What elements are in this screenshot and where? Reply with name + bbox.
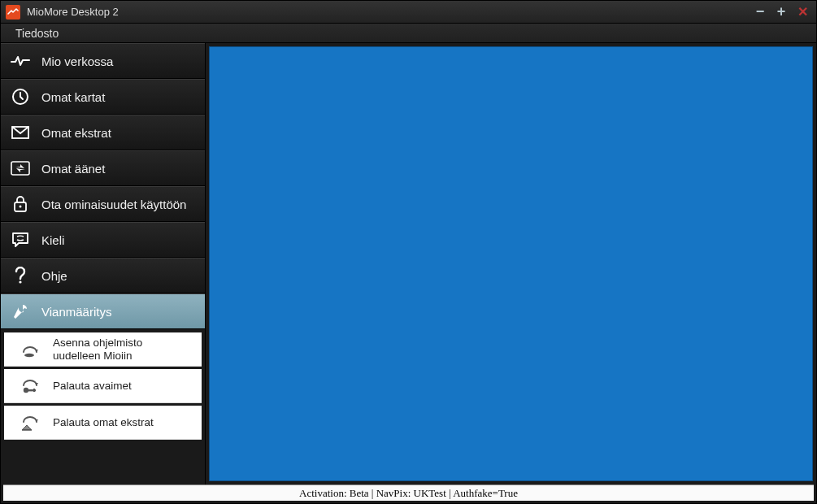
help-icon [11, 266, 30, 285]
sidebar-item-label: Omat kartat [41, 90, 105, 104]
subitem-label: Palauta avaimet [53, 380, 132, 393]
reinstall-icon [19, 340, 41, 359]
body: Mio verkossa Omat kartat Omat ekstrat Om… [1, 43, 816, 484]
sidebar-item-mio-online[interactable]: Mio verkossa [1, 43, 205, 79]
close-button[interactable]: ✕ [793, 4, 811, 20]
titlebar: MioMore Desktop 2 − + ✕ [1, 1, 816, 24]
sidebar-item-label: Ota ominaisuudet käyttöön [41, 198, 186, 211]
sidebar-item-label: Ohje [41, 269, 67, 283]
subitem-label: Asenna ohjelmisto uudelleen Mioiin [53, 337, 192, 362]
content-pane [209, 46, 813, 481]
subitem-reinstall-software[interactable]: Asenna ohjelmisto uudelleen Mioiin [4, 332, 202, 367]
sidebar-item-my-maps[interactable]: Omat kartat [1, 79, 205, 115]
statusbar: Activation: Beta | NavPix: UKTest | Auth… [3, 484, 814, 501]
subitem-label: Palauta omat ekstrat [53, 416, 154, 429]
app-logo-icon [6, 5, 20, 20]
status-text: Activation: Beta | NavPix: UKTest | Auth… [299, 487, 518, 500]
sidebar-item-my-extras[interactable]: Omat ekstrat [1, 115, 205, 150]
speech-bubble-icon [11, 230, 30, 250]
menubar: Tiedosto [1, 24, 816, 43]
svg-point-7 [24, 388, 28, 393]
clock-icon [11, 87, 30, 106]
svg-point-5 [19, 280, 21, 283]
sidebar-item-label: Omat ekstrat [41, 126, 111, 140]
sidebar: Mio verkossa Omat kartat Omat ekstrat Om… [1, 43, 206, 484]
recover-keys-icon [19, 376, 41, 396]
subitem-recover-extras[interactable]: Palauta omat ekstrat [4, 406, 202, 440]
wrench-icon [11, 302, 30, 321]
subitem-recover-keys[interactable]: Palauta avaimet [4, 369, 202, 403]
window-title: MioMore Desktop 2 [27, 6, 119, 18]
recover-extras-icon [19, 413, 41, 432]
svg-rect-2 [11, 162, 29, 175]
lock-icon [11, 194, 30, 214]
svg-point-4 [20, 206, 22, 208]
svg-point-6 [24, 354, 34, 357]
maximize-button[interactable]: + [772, 4, 790, 20]
sidebar-item-unlock-features[interactable]: Ota ominaisuudet käyttöön [1, 186, 205, 222]
sidebar-item-help[interactable]: Ohje [1, 258, 205, 293]
sidebar-item-my-sounds[interactable]: Omat äänet [1, 150, 205, 186]
svg-rect-9 [33, 389, 35, 392]
sidebar-item-label: Vianmääritys [41, 305, 111, 319]
menu-file[interactable]: Tiedosto [9, 25, 65, 41]
svg-rect-10 [22, 429, 32, 431]
app-window: MioMore Desktop 2 − + ✕ Tiedosto Mio ver… [0, 0, 817, 504]
envelope-icon [11, 123, 30, 142]
sidebar-item-label: Kieli [41, 233, 64, 247]
sidebar-item-troubleshoot[interactable]: Vianmääritys [1, 293, 205, 329]
sidebar-item-language[interactable]: Kieli [1, 222, 205, 258]
sidebar-item-label: Mio verkossa [41, 54, 113, 68]
sidebar-item-label: Omat äänet [41, 162, 105, 176]
transfer-icon [11, 159, 30, 178]
minimize-button[interactable]: − [751, 4, 769, 20]
pulse-icon [11, 51, 30, 71]
